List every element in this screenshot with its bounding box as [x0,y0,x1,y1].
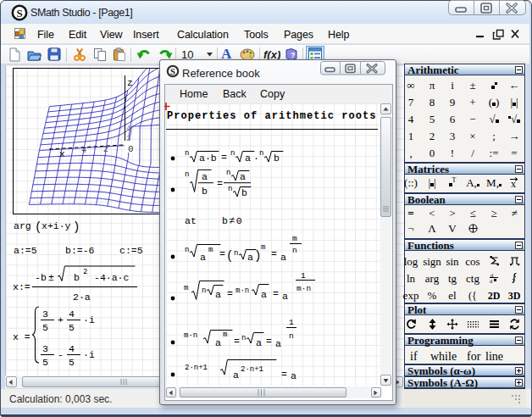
svg-text:m: m [292,234,297,243]
svg-text:=: = [266,336,272,347]
svg-text:z: z [127,78,133,88]
svg-text:1: 1 [301,271,306,281]
svg-text:m: m [184,284,188,292]
svg-text:n: n [292,246,297,255]
svg-text:b: b [202,186,208,197]
svg-text:2: 2 [126,135,130,143]
svg-text:2·a: 2·a [73,292,91,303]
svg-text:=: = [219,248,225,259]
svg-text:a: a [282,291,288,302]
svg-text:m: m [208,246,213,254]
svg-text:b: b [74,272,80,283]
svg-text:at: at [185,215,197,226]
svg-text:arg: arg [14,220,31,231]
svg-text:x: x [59,149,65,159]
svg-text:=: = [281,369,287,380]
svg-text:c:=5: c:=5 [119,245,143,256]
svg-text:m·n: m·n [296,284,311,293]
svg-text:3: 3 [42,309,48,320]
svg-text:b≠0: b≠0 [222,215,243,226]
svg-text:a: a [247,252,253,263]
svg-text:·i: ·i [83,349,95,360]
svg-text:n: n [259,149,263,158]
svg-text:x =: x = [13,331,30,342]
svg-text:4: 4 [69,309,75,320]
svg-text:S: S [170,67,175,76]
svg-text:a: a [291,370,296,381]
svg-text:a: a [200,252,206,263]
svg-text:=: = [217,178,223,189]
svg-text:=: = [273,288,279,299]
svg-text:a: a [215,337,221,348]
svg-text:4: 4 [126,125,130,133]
svg-text:m: m [261,243,265,252]
svg-text:2: 2 [103,145,108,154]
svg-text:b: b [241,187,247,198]
svg-text:a·b: a·b [199,153,217,164]
svg-text:n: n [230,149,235,158]
svg-text:4: 4 [81,146,86,155]
svg-text:a:=5: a:=5 [14,245,37,256]
svg-text:d: d [490,278,493,284]
svg-text:n: n [241,334,246,342]
svg-text:-b: -b [35,272,47,283]
svg-text:·: · [253,153,259,164]
svg-text:n: n [185,170,189,179]
svg-text:a: a [240,171,246,182]
svg-text:m: m [223,331,227,339]
svg-text:3: 3 [42,343,48,354]
svg-text:=: = [271,248,277,259]
svg-text:=: = [234,336,240,347]
svg-text:n: n [226,169,230,177]
svg-text:(: ( [226,249,233,263]
svg-text:x:=: x:= [13,281,30,292]
svg-text:·i: ·i [83,314,95,325]
svg-text:S: S [16,7,22,19]
svg-text:Properties of arithmetic roots: Properties of arithmetic roots [167,110,377,122]
svg-text:b: b [274,153,280,164]
svg-text:a: a [215,289,221,300]
svg-text:m·n: m·n [184,331,197,340]
svg-text:a: a [256,337,262,348]
svg-text:-4·a·c: -4·a·c [94,272,130,283]
svg-text:a: a [202,171,208,182]
svg-text:n: n [202,286,206,295]
svg-text:2: 2 [83,268,87,276]
svg-text:=: = [221,152,227,163]
svg-text:a: a [280,252,286,263]
svg-text:0: 0 [128,144,134,154]
svg-text:m·n: m·n [236,286,249,295]
svg-text:a: a [261,289,267,300]
svg-text:1: 1 [289,318,294,327]
svg-text:n: n [185,149,189,158]
svg-text:?: ? [291,51,296,59]
svg-text:2·n+1: 2·n+1 [185,364,208,372]
svg-text:2·n+1: 2·n+1 [241,365,263,374]
svg-text:a: a [245,153,251,164]
svg-text:±: ± [48,272,54,283]
svg-text:5: 5 [69,357,75,368]
svg-text:-: - [58,349,64,360]
svg-text:n: n [289,331,294,341]
svg-text:b:=-6: b:=-6 [65,245,95,256]
svg-text:n: n [234,249,238,258]
svg-text:n: n [185,246,189,254]
svg-text:a: a [275,338,281,349]
svg-text:): ) [73,220,80,234]
svg-text:+: + [58,314,64,325]
svg-text:5: 5 [69,322,75,333]
svg-text:5: 5 [42,322,48,333]
svg-text:a: a [233,370,239,381]
svg-text:5: 5 [42,357,48,368]
svg-text:4: 4 [69,343,75,354]
svg-text:=: = [227,288,233,299]
svg-text:n: n [228,185,232,193]
svg-text:x+i·y: x+i·y [42,220,71,231]
